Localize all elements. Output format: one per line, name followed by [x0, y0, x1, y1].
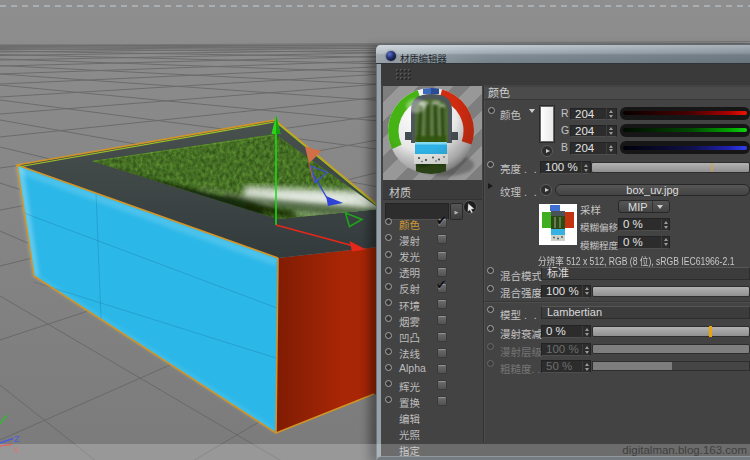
svg-text:Z: Z — [14, 434, 20, 444]
